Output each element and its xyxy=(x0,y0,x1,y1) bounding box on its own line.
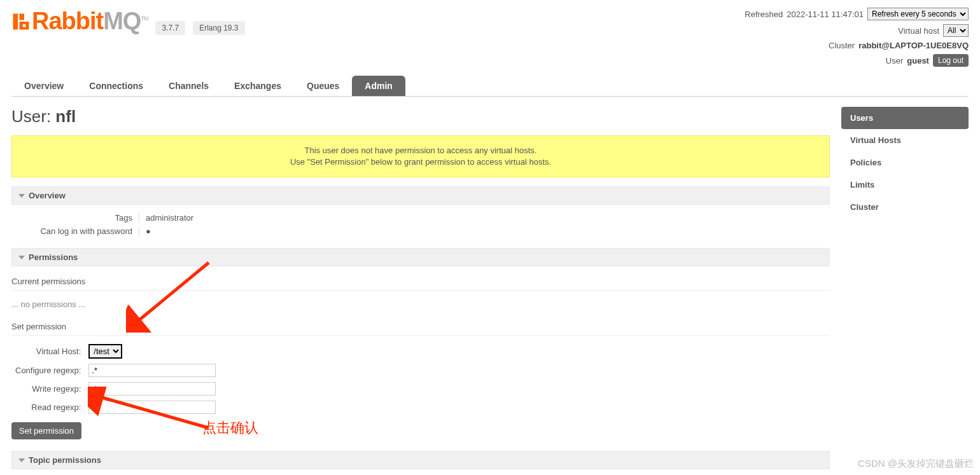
svg-rect-0 xyxy=(13,14,18,30)
no-permissions-text: ... no permissions ... xyxy=(11,296,830,318)
logo[interactable]: RabbitMQTM xyxy=(11,8,148,35)
sidebar-item-limits[interactable]: Limits xyxy=(841,174,969,196)
refreshed-time: 2022-11-11 11:47:01 xyxy=(787,10,864,19)
version-pill: 3.7.7 xyxy=(155,21,185,35)
chevron-down-icon xyxy=(18,458,25,462)
annotation-text: 点击确认 xyxy=(202,418,258,437)
main-nav: Overview Connections Channels Exchanges … xyxy=(11,76,969,97)
warning-box: This user does not have permission to ac… xyxy=(11,135,830,177)
status-area: Refreshed 2022-11-11 11:47:01 Refresh ev… xyxy=(745,8,969,67)
write-regexp-input[interactable] xyxy=(88,382,216,396)
login-value: ● xyxy=(139,226,151,236)
nav-channels[interactable]: Channels xyxy=(156,76,221,96)
sidebar: Users Virtual Hosts Policies Limits Clus… xyxy=(841,107,969,475)
user-value: guest xyxy=(907,56,929,65)
svg-point-3 xyxy=(23,24,26,27)
tags-label: Tags xyxy=(11,213,139,223)
nav-connections[interactable]: Connections xyxy=(76,76,156,96)
page-title: User: nfl xyxy=(11,107,830,127)
read-regexp-input[interactable] xyxy=(88,401,216,414)
sidebar-item-policies[interactable]: Policies xyxy=(841,151,969,174)
set-permission-button[interactable]: Set permission xyxy=(11,422,81,439)
logo-area: RabbitMQTM 3.7.7 Erlang 19.3 xyxy=(11,8,245,35)
chevron-down-icon xyxy=(18,256,25,259)
refreshed-label: Refreshed xyxy=(745,10,783,19)
configure-regexp-input[interactable] xyxy=(88,364,216,377)
nav-exchanges[interactable]: Exchanges xyxy=(221,76,294,96)
overview-section-header[interactable]: Overview xyxy=(11,186,830,205)
sidebar-item-users[interactable]: Users xyxy=(841,107,969,129)
read-regexp-label: Read regexp: xyxy=(13,399,85,416)
vhost-label: Virtual host xyxy=(898,26,939,36)
sidebar-item-vhosts[interactable]: Virtual Hosts xyxy=(841,129,969,151)
cluster-label: Cluster xyxy=(829,41,855,50)
cluster-value: rabbit@LAPTOP-1UE0E8VQ xyxy=(858,41,969,50)
current-permissions-label: Current permissions xyxy=(11,273,830,291)
tags-value: administrator xyxy=(139,213,193,223)
chevron-down-icon xyxy=(18,194,25,198)
nav-overview[interactable]: Overview xyxy=(11,76,76,96)
vhost-select[interactable]: All xyxy=(943,24,969,37)
vhost-field-select[interactable]: /test xyxy=(88,344,122,359)
set-permission-label: Set permission xyxy=(11,318,830,336)
user-label: User xyxy=(886,56,903,65)
sidebar-item-cluster[interactable]: Cluster xyxy=(841,196,969,218)
svg-rect-1 xyxy=(20,14,25,20)
permissions-section-header[interactable]: Permissions xyxy=(11,248,830,266)
refresh-select[interactable]: Refresh every 5 seconds xyxy=(867,8,969,20)
nav-admin[interactable]: Admin xyxy=(352,76,405,96)
configure-regexp-label: Configure regexp: xyxy=(13,362,85,379)
write-regexp-label: Write regexp: xyxy=(13,380,85,397)
erlang-pill: Erlang 19.3 xyxy=(193,21,244,35)
logout-button[interactable]: Log out xyxy=(933,54,969,67)
nav-queues[interactable]: Queues xyxy=(294,76,352,96)
login-label: Can log in with password xyxy=(11,226,139,236)
vhost-field-label: Virtual Host: xyxy=(13,342,85,361)
topic-permissions-section-header[interactable]: Topic permissions xyxy=(11,451,830,469)
